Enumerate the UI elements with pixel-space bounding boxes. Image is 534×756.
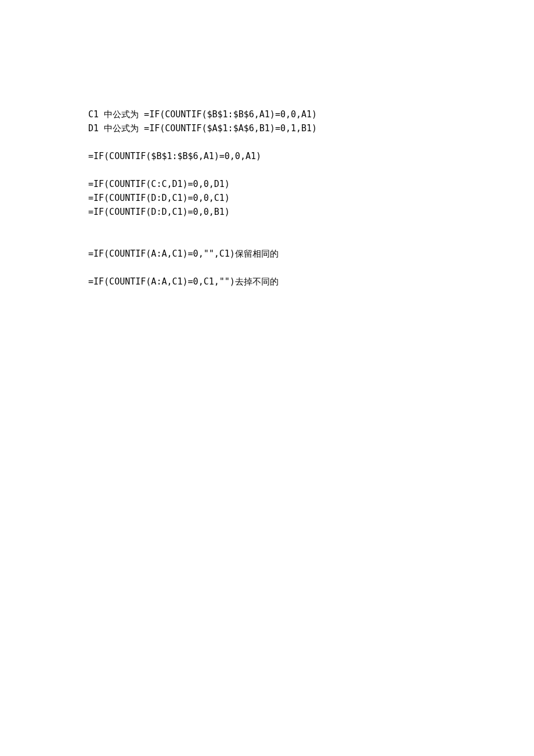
spacer (88, 219, 534, 247)
formula-line-5: =IF(COUNTIF(D:D,C1)=0,0,C1) (88, 191, 534, 205)
spacer (88, 261, 534, 275)
formula-line-2: D1 中公式为 =IF(COUNTIF($A$1:$A$6,B1)=0,1,B1… (88, 121, 534, 135)
formula-line-6: =IF(COUNTIF(D:D,C1)=0,0,B1) (88, 205, 534, 219)
spacer (88, 163, 534, 177)
formula-line-4: =IF(COUNTIF(C:C,D1)=0,0,D1) (88, 177, 534, 191)
formula-line-3: =IF(COUNTIF($B$1:$B$6,A1)=0,0,A1) (88, 149, 534, 163)
formula-line-1: C1 中公式为 =IF(COUNTIF($B$1:$B$6,A1)=0,0,A1… (88, 107, 534, 121)
formula-line-7: =IF(COUNTIF(A:A,C1)=0,"",C1)保留相同的 (88, 247, 534, 261)
formula-line-8: =IF(COUNTIF(A:A,C1)=0,C1,"")去掉不同的 (88, 275, 534, 289)
spacer (88, 135, 534, 149)
